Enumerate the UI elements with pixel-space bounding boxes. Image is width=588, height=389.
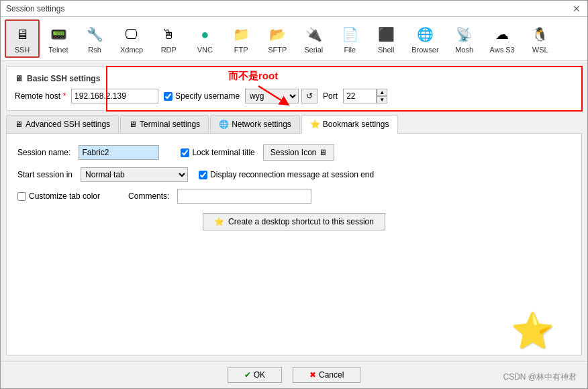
toolbar-item-vnc[interactable]: ● VNC	[187, 19, 222, 58]
toolbar-label-xdmcp: Xdmcp	[120, 46, 143, 54]
tab-bookmark[interactable]: ⭐ Bookmark settings	[301, 115, 398, 134]
display-reconnect-checkbox[interactable]	[199, 171, 207, 179]
toolbar-item-rsh[interactable]: 🔧 Rsh	[77, 19, 112, 58]
lock-terminal-checkbox[interactable]	[181, 148, 189, 157]
toolbar-label-serial: Serial	[304, 46, 323, 54]
session-name-input[interactable]	[79, 145, 159, 160]
toolbar-item-file[interactable]: 📄 File	[332, 19, 367, 58]
toolbar-label-rdp: RDP	[161, 46, 177, 54]
start-session-label: Start session in	[17, 170, 72, 179]
browser-icon: 🌐	[414, 24, 436, 45]
port-spin-down[interactable]: ▼	[377, 96, 387, 103]
remote-host-input[interactable]	[71, 89, 158, 103]
advanced-ssh-tab-icon: 🖥	[15, 120, 23, 129]
toolbar-item-ftp[interactable]: 📁 FTP	[224, 19, 258, 58]
customize-comments-row: Customize tab color Comments:	[17, 189, 571, 204]
customize-tab-color-checkbox[interactable]	[17, 192, 26, 201]
toolbar-item-wsl[interactable]: 🐧 WSL	[523, 19, 558, 58]
basic-ssh-section: 而不是root 🖥 Basic SSH settings	[6, 67, 582, 111]
close-button[interactable]: ✕	[571, 3, 582, 14]
bookmark-tab-content: Session name: Lock terminal title Sessio…	[6, 134, 582, 355]
toolbar-item-aws-s3[interactable]: ☁ Aws S3	[483, 19, 522, 58]
port-spinner: ▲ ▼	[377, 89, 387, 103]
remote-host-label: Remote host *	[15, 91, 66, 101]
tab-network[interactable]: 🌐 Network settings	[210, 115, 300, 133]
terminal-tab-icon: 🖥	[129, 120, 137, 129]
shell-icon: ⬛	[375, 24, 397, 45]
large-star-decoration: ⭐	[511, 313, 554, 348]
comments-label: Comments:	[128, 191, 169, 201]
required-indicator: *	[60, 91, 66, 101]
xdmcp-icon: 🖵	[121, 24, 142, 45]
port-field-group: ▲ ▼	[343, 89, 387, 103]
window-title: Session settings	[6, 4, 64, 13]
tab-label-network: Network settings	[232, 120, 291, 129]
toolbar-label-rsh: Rsh	[88, 46, 101, 54]
ok-button[interactable]: ✔ OK	[228, 367, 282, 383]
ok-label: OK	[254, 370, 265, 380]
vnc-icon: ●	[194, 24, 215, 45]
toolbar-item-shell[interactable]: ⬛ Shell	[369, 19, 403, 58]
ftp-icon: 📁	[230, 24, 252, 45]
toolbar-label-aws-s3: Aws S3	[490, 46, 515, 54]
toolbar-item-serial[interactable]: 🔌 Serial	[296, 19, 331, 58]
toolbar-item-telnet[interactable]: 📟 Telnet	[41, 19, 76, 58]
toolbar-item-ssh[interactable]: 🖥 SSH	[5, 19, 40, 58]
toolbar-label-file: File	[344, 46, 356, 54]
username-select[interactable]: wyg	[245, 89, 299, 103]
ssh-icon: 🖥	[11, 24, 33, 45]
network-tab-icon: 🌐	[219, 120, 229, 129]
session-icon-label: Session Icon	[271, 148, 317, 157]
tabbed-section: 🖥 Advanced SSH settings 🖥 Terminal setti…	[6, 115, 582, 355]
toolbar-item-xdmcp[interactable]: 🖵 Xdmcp	[113, 19, 150, 58]
cancel-label: Cancel	[319, 370, 344, 380]
tab-label-advanced-ssh: Advanced SSH settings	[26, 120, 110, 129]
toolbar-item-rdp[interactable]: 🖱 RDP	[151, 19, 186, 58]
create-shortcut-button[interactable]: ⭐ Create a desktop shortcut to this sess…	[203, 213, 385, 230]
tab-terminal[interactable]: 🖥 Terminal settings	[120, 115, 209, 133]
tab-label-bookmark: Bookmark settings	[323, 120, 389, 129]
start-session-select[interactable]: Normal tab New window New tab	[81, 167, 188, 182]
toolbar: 🖥 SSH 📟 Telnet 🔧 Rsh 🖵 Xdmcp 🖱 RDP ● VNC…	[1, 17, 587, 61]
display-reconnect-label[interactable]: Display reconnection message at session …	[199, 170, 374, 179]
toolbar-label-sftp: SFTP	[268, 46, 287, 54]
shortcut-label: Create a desktop shortcut to this sessio…	[228, 217, 374, 226]
bookmark-tab-icon: ⭐	[310, 120, 320, 129]
specify-username-checkbox[interactable]	[164, 92, 173, 101]
wsl-icon: 🐧	[530, 24, 551, 45]
toolbar-label-ftp: FTP	[234, 46, 248, 54]
cancel-button[interactable]: ✖ Cancel	[293, 367, 360, 383]
comments-input[interactable]	[177, 189, 311, 204]
port-label: Port	[323, 91, 338, 101]
specify-username-checkbox-label[interactable]: Specify username	[164, 91, 240, 101]
port-spin-up[interactable]: ▲	[377, 89, 387, 96]
start-session-row: Start session in Normal tab New window N…	[17, 167, 571, 182]
monitor-icon: 🖥	[319, 148, 327, 157]
basic-ssh-title: 🖥 Basic SSH settings	[15, 74, 573, 83]
watermark: CSDN @林中有神君	[503, 372, 577, 383]
sftp-icon: 📂	[266, 24, 288, 45]
session-name-label: Session name:	[17, 148, 70, 157]
toolbar-label-mosh: Mosh	[455, 46, 473, 54]
toolbar-label-shell: Shell	[378, 46, 394, 54]
file-icon: 📄	[339, 24, 360, 45]
tab-advanced-ssh[interactable]: 🖥 Advanced SSH settings	[6, 115, 119, 133]
basic-ssh-form-row: Remote host * Specify username wyg ↺ Por…	[15, 89, 573, 103]
tab-label-terminal: Terminal settings	[140, 120, 200, 129]
port-input[interactable]	[343, 89, 377, 103]
toolbar-item-mosh[interactable]: 📡 Mosh	[447, 19, 482, 58]
toolbar-item-sftp[interactable]: 📂 SFTP	[260, 19, 295, 58]
star-icon-btn: ⭐	[214, 217, 224, 226]
bookmark-form: Session name: Lock terminal title Sessio…	[17, 144, 571, 230]
customize-tab-color-label[interactable]: Customize tab color	[17, 191, 100, 201]
toolbar-item-browser[interactable]: 🌐 Browser	[405, 19, 445, 58]
session-icon-button[interactable]: Session Icon 🖥	[263, 144, 335, 161]
toolbar-label-wsl: WSL	[532, 46, 548, 54]
username-action-button[interactable]: ↺	[301, 89, 317, 103]
aws-s3-icon: ☁	[491, 24, 513, 45]
toolbar-label-browser: Browser	[411, 46, 438, 54]
lock-terminal-checkbox-label[interactable]: Lock terminal title	[181, 148, 254, 157]
lock-terminal-label: Lock terminal title	[192, 148, 254, 157]
toolbar-label-vnc: VNC	[197, 46, 213, 54]
checkmark-icon: ✔	[244, 370, 251, 380]
